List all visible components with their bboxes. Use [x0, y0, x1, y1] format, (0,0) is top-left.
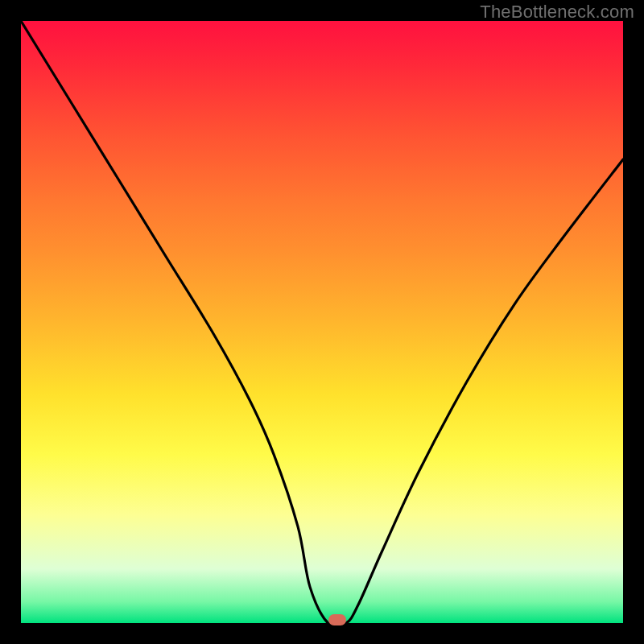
chart-frame: TheBottleneck.com [0, 0, 644, 644]
plot-area [21, 21, 623, 623]
optimal-point-marker [328, 614, 346, 625]
watermark-text: TheBottleneck.com [480, 2, 634, 23]
bottleneck-curve [21, 21, 623, 623]
